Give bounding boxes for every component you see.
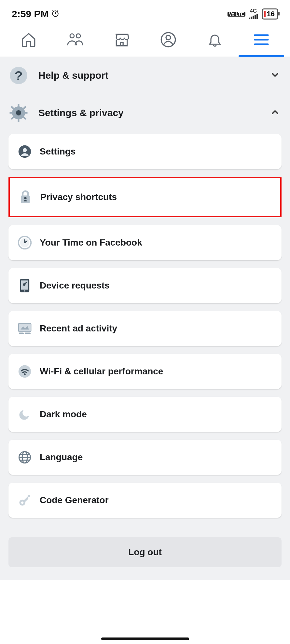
gear-icon (8, 103, 29, 123)
svg-rect-17 (18, 119, 20, 122)
card-label: Language (40, 452, 83, 463)
tab-profile[interactable] (159, 30, 178, 49)
svg-rect-3 (253, 16, 254, 19)
svg-point-35 (24, 290, 25, 291)
card-your-time[interactable]: Your Time on Facebook (8, 225, 282, 260)
settings-card-list: Settings Privacy shortcuts Your Time on … (0, 131, 290, 531)
card-privacy-shortcuts[interactable]: Privacy shortcuts (8, 177, 282, 217)
card-dark-mode[interactable]: Dark mode (8, 397, 282, 432)
card-label: Wi-Fi & cellular performance (40, 366, 163, 377)
card-settings[interactable]: Settings (8, 134, 282, 169)
tab-marketplace[interactable] (112, 30, 131, 49)
settings-person-icon (18, 144, 32, 159)
card-label: Settings (40, 146, 76, 157)
status-right: Vo LTE 4G 16 (228, 8, 278, 20)
svg-point-28 (24, 197, 26, 199)
svg-point-7 (76, 34, 80, 38)
svg-rect-2 (251, 17, 252, 19)
svg-point-26 (23, 148, 27, 152)
clock-icon (18, 235, 32, 250)
moon-icon (18, 407, 32, 422)
status-time: 2:59 PM (12, 8, 48, 20)
svg-point-24 (16, 110, 21, 115)
section-help-support[interactable]: ? Help & support (0, 57, 290, 94)
status-bar: 2:59 PM Vo LTE 4G 16 (0, 0, 290, 25)
tab-friends[interactable] (65, 30, 85, 49)
ad-icon (18, 321, 32, 336)
svg-text:?: ? (14, 68, 22, 83)
lock-icon (18, 190, 33, 204)
card-wifi-cellular[interactable]: Wi-Fi & cellular performance (8, 354, 282, 389)
tab-menu[interactable] (252, 30, 271, 49)
card-label: Recent ad activity (40, 323, 117, 334)
svg-point-9 (166, 35, 171, 40)
home-indicator[interactable] (101, 637, 189, 640)
svg-rect-5 (256, 14, 258, 19)
svg-rect-4 (255, 15, 256, 19)
network-type: 4G (249, 9, 258, 19)
svg-rect-38 (19, 323, 31, 332)
section-settings-privacy[interactable]: Settings & privacy (0, 94, 290, 131)
svg-rect-16 (18, 104, 20, 107)
svg-rect-19 (24, 112, 28, 114)
card-label: Your Time on Facebook (40, 237, 142, 248)
card-recent-ad-activity[interactable]: Recent ad activity (8, 311, 282, 346)
chevron-up-icon (270, 107, 280, 119)
globe-icon (18, 450, 32, 464)
card-label: Code Generator (40, 495, 109, 505)
svg-point-6 (70, 34, 74, 38)
card-label: Device requests (40, 280, 110, 291)
battery-percent: 16 (267, 10, 275, 18)
active-tab-indicator (239, 55, 284, 57)
alarm-icon (51, 9, 60, 19)
signal-icon (249, 13, 258, 19)
svg-rect-18 (10, 112, 13, 114)
svg-point-43 (24, 373, 26, 375)
card-language[interactable]: Language (8, 440, 282, 475)
logout-button[interactable]: Log out (8, 537, 282, 567)
tab-notifications[interactable] (205, 30, 225, 49)
svg-rect-52 (27, 494, 31, 498)
top-tabs (0, 25, 290, 57)
card-code-generator[interactable]: Code Generator (8, 483, 282, 518)
volte-icon: Vo LTE (228, 12, 245, 17)
phone-icon (18, 278, 32, 293)
card-label: Dark mode (40, 409, 87, 420)
help-icon: ? (8, 65, 29, 86)
chevron-down-icon (270, 70, 280, 81)
settings-privacy-title: Settings & privacy (38, 107, 270, 118)
wifi-icon (18, 364, 32, 379)
svg-rect-1 (249, 18, 250, 19)
key-icon (18, 493, 32, 507)
tab-home[interactable] (19, 30, 38, 49)
battery-icon: 16 (262, 8, 278, 20)
svg-line-37 (25, 283, 26, 284)
card-label: Privacy shortcuts (40, 192, 117, 202)
help-title: Help & support (38, 70, 270, 81)
card-device-requests[interactable]: Device requests (8, 268, 282, 303)
